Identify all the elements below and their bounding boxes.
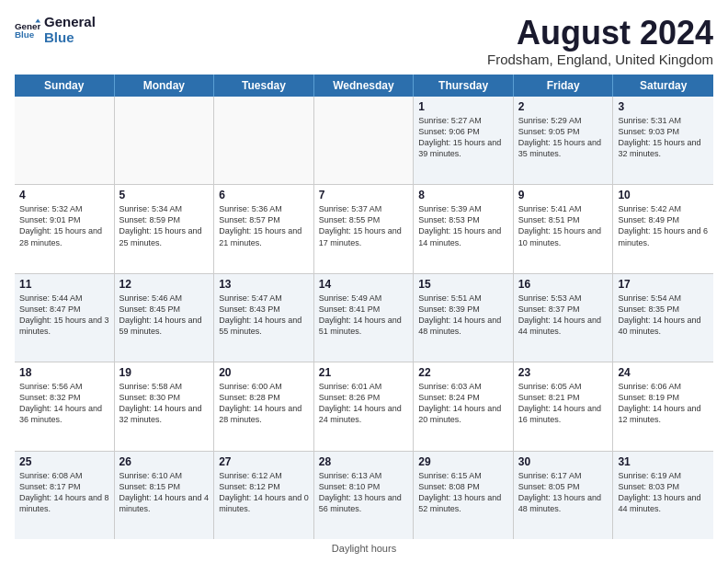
day-number: 22	[418, 366, 508, 379]
day-number: 29	[418, 455, 508, 468]
title-block: August 2024 Frodsham, England, United Ki…	[487, 15, 713, 67]
cell-info: Sunrise: 5:54 AM Sunset: 8:35 PM Dayligh…	[618, 293, 709, 338]
day-number: 3	[618, 100, 709, 113]
calendar-cell-w3-d1: 19Sunrise: 5:58 AM Sunset: 8:30 PM Dayli…	[115, 362, 215, 450]
header-sunday: Sunday	[15, 75, 115, 97]
calendar-cell-w2-d5: 16Sunrise: 5:53 AM Sunset: 8:37 PM Dayli…	[514, 274, 614, 362]
calendar-cell-w4-d3: 28Sunrise: 6:13 AM Sunset: 8:10 PM Dayli…	[314, 452, 415, 539]
cell-info: Sunrise: 5:47 AM Sunset: 8:43 PM Dayligh…	[219, 293, 309, 338]
cell-info: Sunrise: 5:31 AM Sunset: 9:03 PM Dayligh…	[618, 115, 709, 160]
calendar-week-0: 1Sunrise: 5:27 AM Sunset: 9:06 PM Daylig…	[15, 97, 713, 185]
header-thursday: Thursday	[414, 75, 514, 97]
cell-info: Sunrise: 6:17 AM Sunset: 8:05 PM Dayligh…	[518, 470, 609, 515]
calendar-cell-w4-d5: 30Sunrise: 6:17 AM Sunset: 8:05 PM Dayli…	[514, 452, 614, 539]
cell-info: Sunrise: 6:01 AM Sunset: 8:26 PM Dayligh…	[319, 381, 409, 426]
day-number: 2	[518, 100, 609, 113]
logo-general: General	[44, 15, 96, 30]
cell-info: Sunrise: 6:06 AM Sunset: 8:19 PM Dayligh…	[618, 381, 709, 426]
footer-note: Daylight hours	[15, 543, 713, 554]
main-title: August 2024	[487, 15, 713, 52]
cell-info: Sunrise: 6:00 AM Sunset: 8:28 PM Dayligh…	[219, 381, 309, 426]
day-number: 14	[319, 278, 409, 291]
cell-info: Sunrise: 5:46 AM Sunset: 8:45 PM Dayligh…	[119, 293, 210, 338]
svg-text:Blue: Blue	[15, 29, 35, 40]
cell-info: Sunrise: 6:10 AM Sunset: 8:15 PM Dayligh…	[119, 470, 210, 515]
header-tuesday: Tuesday	[214, 75, 314, 97]
day-number: 11	[19, 278, 109, 291]
header-friday: Friday	[514, 75, 614, 97]
day-number: 19	[119, 366, 210, 379]
calendar-cell-w2-d0: 11Sunrise: 5:44 AM Sunset: 8:47 PM Dayli…	[15, 274, 115, 362]
day-number: 28	[319, 455, 409, 468]
cell-info: Sunrise: 6:19 AM Sunset: 8:03 PM Dayligh…	[618, 470, 709, 515]
day-number: 31	[618, 455, 709, 468]
calendar-week-4: 25Sunrise: 6:08 AM Sunset: 8:17 PM Dayli…	[15, 452, 713, 539]
calendar-cell-w1-d3: 7Sunrise: 5:37 AM Sunset: 8:55 PM Daylig…	[314, 185, 415, 272]
cell-info: Sunrise: 5:51 AM Sunset: 8:39 PM Dayligh…	[418, 293, 508, 338]
cell-info: Sunrise: 5:36 AM Sunset: 8:57 PM Dayligh…	[219, 203, 309, 248]
cell-info: Sunrise: 5:42 AM Sunset: 8:49 PM Dayligh…	[618, 203, 709, 248]
day-number: 20	[219, 366, 309, 379]
cell-info: Sunrise: 5:39 AM Sunset: 8:53 PM Dayligh…	[418, 203, 508, 248]
calendar-week-2: 11Sunrise: 5:44 AM Sunset: 8:47 PM Dayli…	[15, 274, 713, 362]
calendar-cell-w0-d3	[314, 97, 415, 184]
day-number: 13	[219, 278, 309, 291]
day-number: 10	[618, 189, 709, 201]
calendar-body: 1Sunrise: 5:27 AM Sunset: 9:06 PM Daylig…	[15, 97, 713, 539]
calendar-cell-w2-d3: 14Sunrise: 5:49 AM Sunset: 8:41 PM Dayli…	[314, 274, 415, 362]
calendar-cell-w4-d4: 29Sunrise: 6:15 AM Sunset: 8:08 PM Dayli…	[414, 452, 514, 539]
day-number: 30	[518, 455, 609, 468]
calendar-cell-w0-d0	[15, 97, 115, 184]
day-number: 6	[219, 189, 309, 201]
page: General Blue General Blue August 2024 Fr…	[0, 0, 728, 563]
calendar-cell-w0-d1	[115, 97, 215, 184]
day-number: 9	[518, 189, 609, 201]
calendar-cell-w2-d6: 17Sunrise: 5:54 AM Sunset: 8:35 PM Dayli…	[613, 274, 713, 362]
calendar-cell-w1-d6: 10Sunrise: 5:42 AM Sunset: 8:49 PM Dayli…	[613, 185, 713, 272]
cell-info: Sunrise: 5:58 AM Sunset: 8:30 PM Dayligh…	[119, 381, 210, 426]
day-number: 1	[418, 100, 508, 113]
cell-info: Sunrise: 5:44 AM Sunset: 8:47 PM Dayligh…	[19, 293, 109, 338]
subtitle: Frodsham, England, United Kingdom	[487, 52, 713, 67]
calendar-week-1: 4Sunrise: 5:32 AM Sunset: 9:01 PM Daylig…	[15, 185, 713, 273]
logo: General Blue General Blue	[15, 15, 96, 45]
calendar-cell-w4-d1: 26Sunrise: 6:10 AM Sunset: 8:15 PM Dayli…	[115, 452, 215, 539]
cell-info: Sunrise: 6:13 AM Sunset: 8:10 PM Dayligh…	[319, 470, 409, 515]
calendar-cell-w0-d6: 3Sunrise: 5:31 AM Sunset: 9:03 PM Daylig…	[613, 97, 713, 184]
cell-info: Sunrise: 6:12 AM Sunset: 8:12 PM Dayligh…	[219, 470, 309, 515]
calendar-cell-w3-d2: 20Sunrise: 6:00 AM Sunset: 8:28 PM Dayli…	[214, 362, 314, 450]
day-number: 15	[418, 278, 508, 291]
calendar-cell-w2-d2: 13Sunrise: 5:47 AM Sunset: 8:43 PM Dayli…	[214, 274, 314, 362]
day-number: 23	[518, 366, 609, 379]
day-number: 26	[119, 455, 210, 468]
day-number: 27	[219, 455, 309, 468]
cell-info: Sunrise: 5:32 AM Sunset: 9:01 PM Dayligh…	[19, 203, 109, 248]
cell-info: Sunrise: 6:03 AM Sunset: 8:24 PM Dayligh…	[418, 381, 508, 426]
calendar: Sunday Monday Tuesday Wednesday Thursday…	[15, 75, 713, 539]
day-number: 25	[19, 455, 109, 468]
day-number: 16	[518, 278, 609, 291]
header-monday: Monday	[115, 75, 215, 97]
day-number: 24	[618, 366, 709, 379]
day-number: 17	[618, 278, 709, 291]
calendar-cell-w1-d0: 4Sunrise: 5:32 AM Sunset: 9:01 PM Daylig…	[15, 185, 115, 272]
calendar-cell-w4-d6: 31Sunrise: 6:19 AM Sunset: 8:03 PM Dayli…	[613, 452, 713, 539]
cell-info: Sunrise: 6:05 AM Sunset: 8:21 PM Dayligh…	[518, 381, 609, 426]
header-saturday: Saturday	[613, 75, 713, 97]
day-number: 18	[19, 366, 109, 379]
calendar-header: Sunday Monday Tuesday Wednesday Thursday…	[15, 75, 713, 97]
cell-info: Sunrise: 5:27 AM Sunset: 9:06 PM Dayligh…	[418, 115, 508, 160]
calendar-cell-w1-d1: 5Sunrise: 5:34 AM Sunset: 8:59 PM Daylig…	[115, 185, 215, 272]
calendar-cell-w0-d5: 2Sunrise: 5:29 AM Sunset: 9:05 PM Daylig…	[514, 97, 614, 184]
header-wednesday: Wednesday	[314, 75, 415, 97]
cell-info: Sunrise: 5:56 AM Sunset: 8:32 PM Dayligh…	[19, 381, 109, 426]
calendar-cell-w1-d4: 8Sunrise: 5:39 AM Sunset: 8:53 PM Daylig…	[414, 185, 514, 272]
calendar-cell-w3-d6: 24Sunrise: 6:06 AM Sunset: 8:19 PM Dayli…	[613, 362, 713, 450]
calendar-cell-w2-d4: 15Sunrise: 5:51 AM Sunset: 8:39 PM Dayli…	[414, 274, 514, 362]
calendar-cell-w3-d5: 23Sunrise: 6:05 AM Sunset: 8:21 PM Dayli…	[514, 362, 614, 450]
calendar-week-3: 18Sunrise: 5:56 AM Sunset: 8:32 PM Dayli…	[15, 362, 713, 451]
calendar-cell-w1-d5: 9Sunrise: 5:41 AM Sunset: 8:51 PM Daylig…	[514, 185, 614, 272]
cell-info: Sunrise: 5:34 AM Sunset: 8:59 PM Dayligh…	[119, 203, 210, 248]
calendar-cell-w4-d0: 25Sunrise: 6:08 AM Sunset: 8:17 PM Dayli…	[15, 452, 115, 539]
calendar-cell-w3-d4: 22Sunrise: 6:03 AM Sunset: 8:24 PM Dayli…	[414, 362, 514, 450]
